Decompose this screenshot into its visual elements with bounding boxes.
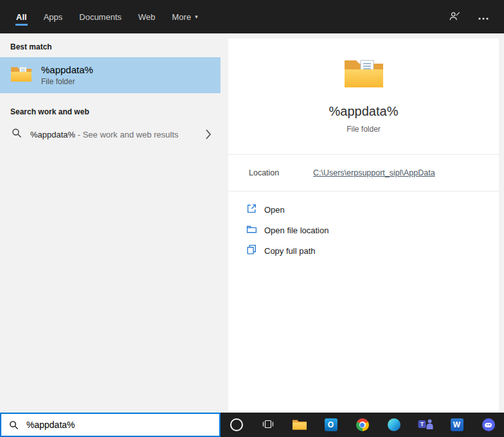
tab-documents-label: Documents	[79, 12, 122, 22]
web-result-text: %appdata% - See work and web results	[30, 130, 179, 139]
search-input[interactable]	[25, 419, 219, 431]
open-icon	[246, 203, 257, 217]
best-match-result-item[interactable]: %appdata% File folder	[0, 57, 221, 93]
results-panel: Best match %appdata%	[0, 33, 228, 413]
taskbar-icons: O T W	[221, 413, 504, 437]
preview-subtitle: File folder	[228, 125, 499, 154]
open-file-location-icon	[246, 224, 257, 237]
action-open-file-location-label: Open file location	[264, 226, 328, 235]
taskbar-file-explorer-button[interactable]	[284, 413, 315, 437]
chrome-icon	[356, 418, 369, 431]
best-match-text: %appdata% File folder	[41, 64, 93, 86]
tab-apps-label: Apps	[44, 12, 63, 22]
tab-apps[interactable]: Apps	[43, 0, 64, 33]
edge-icon	[388, 418, 401, 431]
best-match-subtitle: File folder	[41, 77, 93, 86]
action-copy-full-path-label: Copy full path	[264, 246, 316, 256]
preview-title: %appdata%	[228, 104, 499, 119]
web-search-result-item[interactable]: %appdata% - See work and web results	[0, 122, 221, 147]
tab-all-label: All	[16, 12, 27, 22]
taskbar-word-button[interactable]: W	[441, 413, 473, 437]
preview-panel: %appdata% File folder Location C:\Users\…	[228, 39, 499, 413]
best-match-section-label: Best match	[10, 42, 218, 51]
location-link[interactable]: C:\Users\erpsupport_sipl\AppData	[313, 168, 435, 177]
outlook-icon: O	[325, 418, 338, 431]
location-row: Location C:\Users\erpsupport_sipl\AppDat…	[228, 155, 499, 191]
file-explorer-icon	[292, 418, 307, 433]
start-search-window: All Apps Documents Web More ▾	[0, 0, 504, 437]
teams-icon: T	[418, 418, 433, 433]
taskbar-teams-button[interactable]: T	[410, 413, 441, 437]
taskbar-outlook-button[interactable]: O	[315, 413, 346, 437]
taskbar-cortana-button[interactable]	[221, 413, 252, 437]
more-options-button[interactable]	[478, 12, 489, 22]
task-view-icon	[262, 418, 274, 433]
taskbar-task-view-button[interactable]	[252, 413, 284, 437]
location-label: Location	[249, 168, 313, 177]
chevron-right-icon[interactable]	[206, 129, 212, 139]
search-icon	[9, 420, 19, 430]
feedback-icon	[449, 10, 460, 24]
more-options-icon	[478, 12, 489, 22]
web-section-label: Search work and web	[10, 107, 218, 116]
search-box	[0, 413, 221, 437]
filter-tabs: All Apps Documents Web More ▾	[15, 0, 199, 33]
action-open[interactable]: Open	[228, 199, 499, 220]
taskbar-discord-button[interactable]	[473, 413, 504, 437]
action-list: Open Open file location	[228, 192, 499, 269]
tab-all[interactable]: All	[15, 0, 28, 33]
topbar-actions	[449, 0, 504, 33]
copy-icon	[246, 244, 257, 258]
tab-web-label: Web	[138, 12, 156, 22]
tab-web[interactable]: Web	[138, 0, 156, 33]
tab-more-label: More	[172, 12, 192, 22]
action-open-file-location[interactable]: Open file location	[228, 220, 499, 240]
svg-text:T: T	[420, 421, 424, 427]
search-filter-bar: All Apps Documents Web More ▾	[0, 0, 504, 33]
feedback-button[interactable]	[449, 10, 460, 24]
search-icon	[12, 128, 22, 141]
folder-icon	[10, 65, 32, 85]
tab-documents[interactable]: Documents	[78, 0, 122, 33]
discord-icon	[482, 418, 495, 431]
cortana-icon	[230, 418, 243, 431]
taskbar-edge-button[interactable]	[378, 413, 410, 437]
folder-icon	[343, 81, 384, 92]
web-result-query: %appdata%	[30, 130, 75, 139]
chevron-down-icon: ▾	[195, 14, 198, 20]
word-icon: W	[451, 418, 464, 431]
web-result-suffix: - See work and web results	[75, 130, 178, 139]
action-copy-full-path[interactable]: Copy full path	[228, 240, 499, 261]
action-open-label: Open	[264, 205, 285, 215]
best-match-title: %appdata%	[41, 64, 93, 75]
preview-header: %appdata% File folder	[228, 39, 499, 154]
tab-more[interactable]: More ▾	[172, 0, 199, 33]
taskbar-chrome-button[interactable]	[346, 413, 378, 437]
